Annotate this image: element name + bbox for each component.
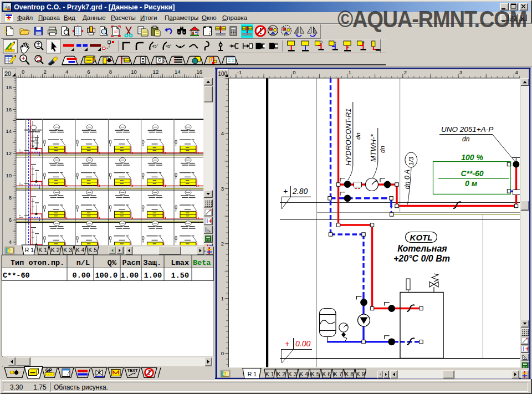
- svg-text:R 1: R 1: [248, 371, 257, 377]
- svg-text:HYDROCONT-R1: HYDROCONT-R1: [344, 108, 352, 166]
- svg-text:Lmax: Lmax: [171, 259, 189, 267]
- svg-text:Beta: Beta: [193, 259, 211, 267]
- svg-text:2: 2: [404, 69, 407, 75]
- svg-text:3: 3: [221, 186, 224, 192]
- svg-text:45°: 45°: [152, 44, 158, 48]
- svg-text:dn: dn: [355, 132, 361, 140]
- svg-text:Расп: Расп: [122, 259, 140, 267]
- svg-text:dn: dn: [379, 146, 386, 153]
- svg-text:K 1: K 1: [265, 371, 274, 377]
- svg-text:K 3: K 3: [288, 371, 297, 377]
- svg-text:K 5: K 5: [88, 247, 97, 253]
- svg-text:6: 6: [87, 69, 90, 75]
- svg-text:18: 18: [6, 84, 12, 90]
- svg-text:10: 10: [6, 172, 12, 178]
- svg-text:2: 2: [43, 69, 46, 75]
- svg-text:C**-60: C**-60: [3, 272, 30, 280]
- svg-text:K 8: K 8: [345, 371, 354, 377]
- svg-text:1/3: 1/3: [408, 156, 415, 166]
- svg-text:Q%: Q%: [108, 259, 117, 267]
- svg-text:K 4: K 4: [299, 371, 308, 377]
- svg-text:R 1: R 1: [25, 247, 34, 253]
- svg-text:4: 4: [221, 130, 224, 136]
- svg-text:n/L: n/L: [76, 259, 90, 267]
- svg-text:4: 4: [9, 239, 12, 245]
- svg-text:100.0: 100.0: [95, 272, 117, 280]
- svg-text:KOTL: KOTL: [410, 233, 433, 242]
- svg-text:K 7: K 7: [334, 371, 342, 377]
- svg-text:3: 3: [459, 69, 462, 75]
- svg-text:C**-60: C**-60: [461, 169, 483, 178]
- svg-text:MTWH-*: MTWH-*: [369, 134, 377, 162]
- svg-text:0: 0: [293, 69, 295, 75]
- svg-text:K 2: K 2: [277, 371, 285, 377]
- svg-text:0 м: 0 м: [465, 179, 478, 188]
- svg-text:1.50: 1.50: [171, 272, 189, 280]
- svg-text:TEXT: TEXT: [127, 368, 138, 373]
- svg-text:-1: -1: [237, 69, 242, 75]
- svg-text:12: 12: [153, 69, 159, 75]
- svg-text:GP: GP: [45, 367, 53, 373]
- svg-text:2.80: 2.80: [292, 187, 308, 196]
- svg-text:0: 0: [22, 69, 24, 75]
- svg-text:4: 4: [515, 69, 518, 75]
- svg-text:6: 6: [9, 217, 12, 223]
- svg-text:+20°C 0/0 Вт: +20°C 0/0 Вт: [393, 254, 450, 263]
- svg-text:+: +: [285, 339, 289, 348]
- svg-text:14: 14: [6, 128, 12, 134]
- svg-text:8: 8: [9, 195, 12, 201]
- svg-text:0: 0: [221, 350, 224, 356]
- svg-text:K 6: K 6: [322, 371, 331, 377]
- svg-text:K 4: K 4: [76, 247, 85, 253]
- svg-text:16: 16: [6, 106, 12, 112]
- svg-text:Котельная: Котельная: [397, 244, 447, 253]
- svg-text:2: 2: [221, 241, 224, 247]
- svg-text:12: 12: [6, 150, 12, 156]
- svg-text:dn: dn: [462, 135, 470, 143]
- svg-text:1: 1: [221, 295, 224, 301]
- svg-text:1: 1: [349, 69, 351, 75]
- svg-text:1.00: 1.00: [144, 272, 162, 280]
- svg-text:Тип отоп.пр.: Тип отоп.пр.: [11, 259, 64, 267]
- svg-text:Защ.: Защ.: [144, 259, 161, 267]
- svg-text:K 3: K 3: [63, 247, 72, 253]
- svg-text:4: 4: [65, 69, 68, 75]
- svg-text:8: 8: [109, 69, 112, 75]
- svg-text:45°: 45°: [166, 44, 172, 48]
- svg-text:1.00: 1.00: [121, 272, 139, 280]
- svg-text:K 1: K 1: [38, 247, 47, 253]
- svg-text:16: 16: [197, 69, 203, 75]
- svg-text:20: 20: [4, 70, 11, 77]
- svg-text:0.00: 0.00: [295, 339, 310, 348]
- svg-text:100 %: 100 %: [461, 153, 483, 162]
- svg-text:10: 10: [131, 69, 137, 75]
- svg-text:14: 14: [175, 69, 181, 75]
- svg-text:+: +: [283, 187, 288, 196]
- svg-text:K 2: K 2: [51, 247, 60, 253]
- svg-text:K 9: K 9: [356, 371, 365, 377]
- svg-text:UNO 2051+A-P: UNO 2051+A-P: [441, 125, 493, 134]
- svg-text:0.00: 0.00: [73, 272, 90, 280]
- svg-text:K 5: K 5: [311, 371, 320, 377]
